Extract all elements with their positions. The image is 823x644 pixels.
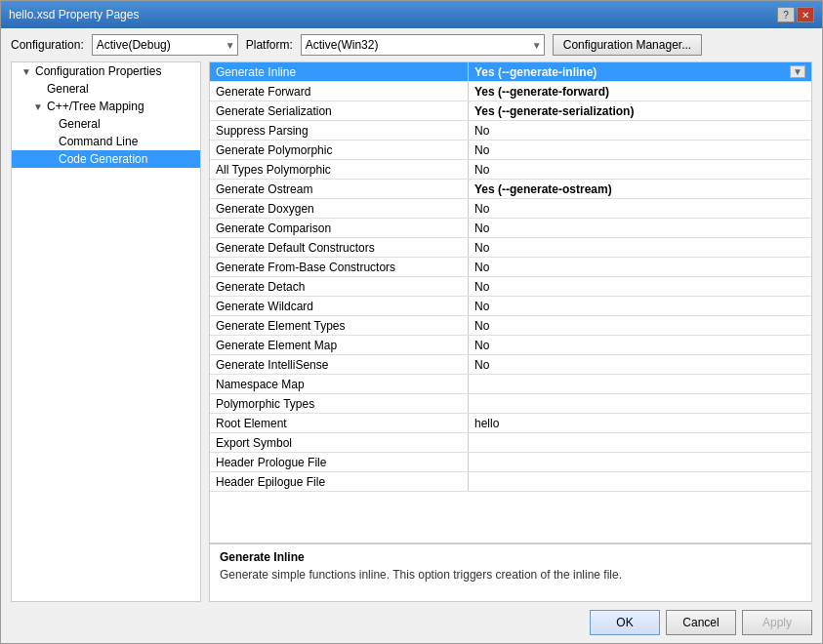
- ok-button[interactable]: OK: [590, 610, 660, 635]
- table-row[interactable]: Suppress ParsingNo: [210, 121, 811, 141]
- description-panel: Generate Inline Generate simple function…: [210, 543, 811, 601]
- dialog-title: hello.xsd Property Pages: [9, 8, 139, 21]
- prop-dropdown[interactable]: Yes (--generate-inline)▼: [474, 65, 805, 79]
- table-row[interactable]: All Types PolymorphicNo: [210, 160, 811, 180]
- prop-name: Root Element: [210, 414, 469, 432]
- prop-value: No: [469, 258, 811, 276]
- sidebar-item-command-line[interactable]: Command Line: [12, 133, 200, 150]
- tree-item-label: General: [59, 117, 101, 131]
- table-row[interactable]: Export Symbol: [210, 433, 811, 453]
- table-row[interactable]: Generate IntelliSenseNo: [210, 355, 811, 375]
- prop-name: Generate Forward: [210, 82, 469, 101]
- config-value: Active(Debug): [97, 38, 171, 52]
- table-row[interactable]: Generate DoxygenNo: [210, 199, 811, 219]
- tree-item-label: Command Line: [59, 135, 138, 148]
- prop-name: Generate From-Base Constructors: [210, 258, 469, 276]
- config-manager-button[interactable]: Configuration Manager...: [553, 34, 702, 56]
- prop-value: [469, 453, 811, 471]
- table-row[interactable]: Root Elementhello: [210, 414, 811, 433]
- main-content: ▼ Configuration Properties General ▼ C++…: [1, 61, 822, 602]
- sidebar-item-cpp-tree-mapping[interactable]: ▼ C++/Tree Mapping: [12, 98, 200, 115]
- prop-name: Header Epilogue File: [210, 472, 469, 491]
- prop-name: Generate Detach: [210, 277, 469, 296]
- prop-value: No: [469, 277, 811, 296]
- sidebar-item-code-generation[interactable]: Code Generation: [12, 150, 200, 168]
- table-row[interactable]: Generate Default ConstructorsNo: [210, 238, 811, 258]
- properties-table: Generate InlineYes (--generate-inline)▼G…: [210, 62, 811, 543]
- table-row[interactable]: Generate OstreamYes (--generate-ostream): [210, 180, 811, 199]
- table-row[interactable]: Generate From-Base ConstructorsNo: [210, 258, 811, 277]
- table-row[interactable]: Generate WildcardNo: [210, 297, 811, 316]
- platform-dropdown-arrow: ▼: [532, 40, 542, 51]
- close-button[interactable]: ✕: [797, 7, 814, 22]
- help-button[interactable]: ?: [777, 7, 795, 22]
- title-bar: hello.xsd Property Pages ? ✕: [1, 1, 822, 28]
- sidebar-item-general[interactable]: General: [12, 80, 200, 98]
- table-row[interactable]: Namespace Map: [210, 375, 811, 394]
- prop-name: Generate Polymorphic: [210, 141, 469, 159]
- table-row[interactable]: Generate PolymorphicNo: [210, 141, 811, 160]
- prop-name: Header Prologue File: [210, 453, 469, 471]
- expand-icon: ▼: [21, 66, 33, 77]
- tree-item-label: Configuration Properties: [35, 64, 161, 78]
- prop-name: Generate Doxygen: [210, 199, 469, 218]
- prop-value: Yes (--generate-inline)▼: [469, 62, 811, 81]
- config-dropdown-arrow: ▼: [226, 40, 235, 51]
- cancel-button[interactable]: Cancel: [666, 610, 736, 635]
- tree-item-label: Code Generation: [59, 152, 147, 166]
- prop-value: [469, 394, 811, 413]
- table-row[interactable]: Header Epilogue File: [210, 472, 811, 492]
- prop-name: Generate Default Constructors: [210, 238, 469, 257]
- prop-value: No: [469, 238, 811, 257]
- prop-value: No: [469, 297, 811, 315]
- prop-value: [469, 472, 811, 491]
- config-label: Configuration:: [11, 38, 84, 52]
- table-row[interactable]: Header Prologue File: [210, 453, 811, 472]
- prop-name: Suppress Parsing: [210, 121, 469, 140]
- config-dropdown[interactable]: Active(Debug) ▼: [92, 34, 238, 56]
- table-row[interactable]: Generate InlineYes (--generate-inline)▼: [210, 62, 811, 82]
- config-row: Configuration: Active(Debug) ▼ Platform:…: [1, 28, 822, 61]
- prop-value: hello: [469, 414, 811, 432]
- sidebar-item-general2[interactable]: General: [12, 115, 200, 133]
- tree-panel: ▼ Configuration Properties General ▼ C++…: [11, 61, 201, 602]
- prop-value: No: [469, 199, 811, 218]
- tree-item-label: C++/Tree Mapping: [47, 100, 144, 113]
- prop-name: Namespace Map: [210, 375, 469, 393]
- prop-name: All Types Polymorphic: [210, 160, 469, 179]
- dialog: hello.xsd Property Pages ? ✕ Configurati…: [0, 0, 823, 644]
- table-row[interactable]: Generate DetachNo: [210, 277, 811, 297]
- prop-value: Yes (--generate-serialization): [469, 101, 811, 120]
- prop-name: Generate Ostream: [210, 180, 469, 198]
- prop-value: No: [469, 121, 811, 140]
- prop-name: Generate Element Types: [210, 316, 469, 335]
- prop-value: Yes (--generate-ostream): [469, 180, 811, 198]
- prop-name: Generate Comparison: [210, 219, 469, 237]
- table-row[interactable]: Generate Element TypesNo: [210, 316, 811, 336]
- table-row[interactable]: Generate SerializationYes (--generate-se…: [210, 101, 811, 121]
- platform-dropdown[interactable]: Active(Win32) ▼: [301, 34, 545, 56]
- dropdown-arrow-icon[interactable]: ▼: [790, 65, 805, 78]
- prop-name: Generate Inline: [210, 62, 469, 81]
- table-row[interactable]: Generate Element MapNo: [210, 336, 811, 355]
- apply-button[interactable]: Apply: [742, 610, 812, 635]
- prop-value: No: [469, 355, 811, 374]
- platform-value: Active(Win32): [306, 38, 379, 52]
- table-row[interactable]: Generate ComparisonNo: [210, 219, 811, 238]
- table-row[interactable]: Polymorphic Types: [210, 394, 811, 414]
- prop-value: [469, 375, 811, 393]
- title-bar-buttons: ? ✕: [777, 7, 814, 22]
- prop-name: Generate IntelliSense: [210, 355, 469, 374]
- prop-name: Polymorphic Types: [210, 394, 469, 413]
- prop-name: Generate Wildcard: [210, 297, 469, 315]
- prop-value: No: [469, 336, 811, 354]
- sidebar-item-config-properties[interactable]: ▼ Configuration Properties: [12, 62, 200, 80]
- table-row[interactable]: Generate ForwardYes (--generate-forward): [210, 82, 811, 101]
- prop-value: No: [469, 219, 811, 237]
- tree-item-label: General: [47, 82, 89, 96]
- description-title: Generate Inline: [220, 550, 802, 564]
- prop-value: [469, 433, 811, 452]
- prop-name: Generate Element Map: [210, 336, 469, 354]
- prop-name: Generate Serialization: [210, 101, 469, 120]
- prop-name: Export Symbol: [210, 433, 469, 452]
